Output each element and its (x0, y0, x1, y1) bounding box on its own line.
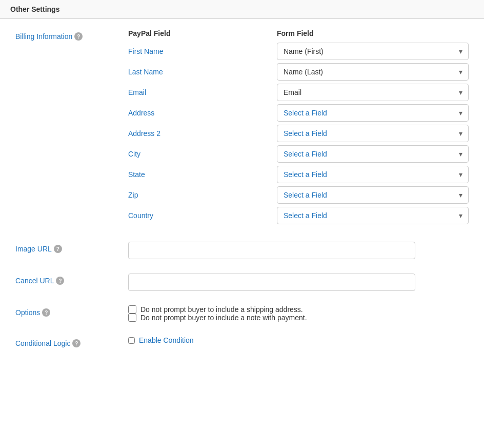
form-field-select-wrapper: Select a Field (277, 186, 469, 204)
conditional-logic-help-icon[interactable]: ? (72, 339, 80, 347)
form-field-select[interactable]: Select a Field (277, 186, 469, 204)
conditional-logic-row: Conditional Logic ? Enable Condition (15, 336, 469, 347)
page-container: Other Settings Billing Information ? Pay… (0, 0, 484, 448)
options-checkbox[interactable] (128, 314, 136, 322)
paypal-field-label: Zip (128, 187, 277, 203)
options-checkbox-item[interactable]: Do not prompt buyer to include a note wi… (128, 314, 469, 322)
section-header: Other Settings (0, 0, 484, 19)
cancel-url-label: Cancel URL ? (15, 274, 128, 285)
cancel-url-input[interactable] (128, 274, 415, 291)
options-label: Options ? (15, 305, 128, 317)
paypal-field-label: Country (128, 207, 277, 224)
options-content: Do not prompt buyer to include a shippin… (128, 305, 469, 322)
enable-condition-checkbox[interactable] (128, 337, 135, 344)
col-form-header: Form Field (277, 29, 469, 37)
billing-field-row: StateSelect a Field (128, 166, 469, 183)
enable-condition-label: Enable Condition (139, 336, 194, 344)
billing-field-row: AddressSelect a Field (128, 104, 469, 122)
form-field-select-wrapper: Select a Field (277, 207, 469, 224)
form-field-select-wrapper: Email (277, 84, 469, 101)
form-field-select-wrapper: Select a Field (277, 145, 469, 163)
billing-field-row: EmailEmail (128, 84, 469, 101)
form-field-select[interactable]: Select a Field (277, 207, 469, 224)
col-paypal-header: PayPal Field (128, 29, 277, 37)
cancel-url-help-icon[interactable]: ? (56, 277, 64, 285)
form-field-select[interactable]: Email (277, 84, 469, 101)
form-field-select[interactable]: Select a Field (277, 145, 469, 163)
conditional-logic-label: Conditional Logic ? (15, 336, 128, 347)
form-field-select-wrapper: Select a Field (277, 166, 469, 183)
enable-condition-row: Enable Condition (128, 336, 469, 344)
paypal-field-label: City (128, 146, 277, 162)
form-field-select-wrapper: Name (First) (277, 43, 469, 60)
billing-content: PayPal Field Form Field First NameName (… (128, 29, 469, 227)
form-field-select[interactable]: Select a Field (277, 104, 469, 122)
options-checkbox-label: Do not prompt buyer to include a shippin… (140, 305, 303, 314)
paypal-field-label: State (128, 166, 277, 183)
paypal-field-label: First Name (128, 43, 277, 60)
cancel-url-row: Cancel URL ? (15, 274, 469, 291)
form-field-select-wrapper: Select a Field (277, 104, 469, 122)
options-checkbox-label: Do not prompt buyer to include a note wi… (140, 314, 307, 322)
form-field-select-wrapper: Name (Last) (277, 63, 469, 81)
form-field-select[interactable]: Select a Field (277, 166, 469, 183)
form-field-select-wrapper: Select a Field (277, 125, 469, 142)
options-help-icon[interactable]: ? (42, 308, 50, 317)
options-row: Options ? Do not prompt buyer to include… (15, 305, 469, 322)
options-items-container: Do not prompt buyer to include a shippin… (128, 305, 469, 322)
billing-label: Billing Information ? (15, 29, 128, 41)
billing-field-row: CitySelect a Field (128, 145, 469, 163)
image-url-content (128, 242, 469, 259)
section-title: Other Settings (10, 5, 59, 13)
form-field-select[interactable]: Name (Last) (277, 63, 469, 81)
form-field-select[interactable]: Select a Field (277, 125, 469, 142)
billing-fields-container: First NameName (First)Last NameName (Las… (128, 43, 469, 224)
billing-field-row: First NameName (First) (128, 43, 469, 60)
billing-table-header: PayPal Field Form Field (128, 29, 469, 37)
conditional-logic-content: Enable Condition (128, 336, 469, 344)
paypal-field-label: Last Name (128, 64, 277, 80)
options-checkbox[interactable] (128, 305, 136, 314)
billing-information-row: Billing Information ? PayPal Field Form … (15, 29, 469, 227)
paypal-field-label: Email (128, 84, 277, 101)
image-url-input[interactable] (128, 242, 415, 259)
image-url-help-icon[interactable]: ? (54, 245, 62, 253)
billing-field-row: Last NameName (Last) (128, 63, 469, 81)
billing-field-row: Address 2Select a Field (128, 125, 469, 142)
cancel-url-content (128, 274, 469, 291)
paypal-field-label: Address (128, 105, 277, 121)
paypal-field-label: Address 2 (128, 125, 277, 142)
billing-help-icon[interactable]: ? (74, 32, 83, 41)
options-checkbox-group: Do not prompt buyer to include a shippin… (128, 305, 469, 322)
image-url-row: Image URL ? (15, 242, 469, 259)
billing-field-row: CountrySelect a Field (128, 207, 469, 224)
billing-table: PayPal Field Form Field First NameName (… (128, 29, 469, 224)
options-checkbox-item[interactable]: Do not prompt buyer to include a shippin… (128, 305, 469, 314)
billing-field-row: ZipSelect a Field (128, 186, 469, 204)
image-url-label: Image URL ? (15, 242, 128, 253)
form-field-select[interactable]: Name (First) (277, 43, 469, 60)
settings-body: Billing Information ? PayPal Field Form … (0, 19, 484, 372)
